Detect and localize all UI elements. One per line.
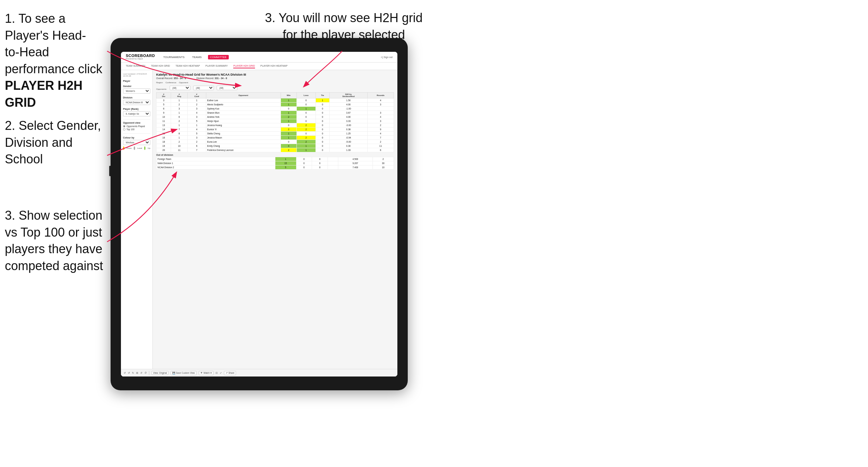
cell-diff: -1.00 (329, 107, 367, 111)
cell-div: 19 (157, 144, 171, 148)
th-opponent: Opponent (206, 93, 281, 98)
cell-loss: 0 (297, 132, 316, 136)
table-row: 11 2 5 Heejo Hyun 1 0 0 3.33 3 (157, 119, 394, 123)
subnav-player-h2h-grid[interactable]: PLAYER H2H GRID (233, 64, 255, 68)
resize-button[interactable]: ⤢ (220, 372, 222, 374)
cell-reg: 6 (171, 115, 188, 119)
cell-opponent: Eunice Yi (206, 127, 281, 132)
cell-div: 5 (157, 103, 171, 107)
legend-dot-down (123, 146, 124, 150)
colour-by-section: Colour by Win/loss Down Level Up (123, 136, 150, 150)
logo-sub: Powered by clippd (126, 58, 143, 60)
ood-rounds: 2 (372, 157, 394, 161)
redo-button[interactable]: ↻ (132, 372, 134, 374)
cell-loss: 0 (297, 98, 316, 103)
player-rank-select[interactable]: 8. Katelyn Vo (123, 111, 150, 116)
cell-rounds: 9 (367, 127, 394, 132)
table-row: 9 1 4 Sharon Mun 1 0 0 3.67 3 (157, 111, 394, 115)
cell-loss: 0 (297, 103, 316, 107)
cell-rounds: 4 (367, 98, 394, 103)
gender-select[interactable]: Women's (123, 88, 150, 94)
eye-icon: 👁 (200, 372, 203, 374)
colour-legend: Down Level Up (123, 146, 150, 150)
refresh-button[interactable]: ↺ (140, 372, 142, 374)
player-rank-label: Player (Rank) (123, 108, 150, 110)
conference-filter-label: Conference (166, 82, 176, 84)
legend-label-up: Up (148, 147, 150, 149)
player-label: Player (123, 80, 150, 82)
conference-select[interactable]: (All) (193, 86, 214, 90)
cell-tie: 0 (315, 144, 329, 148)
colour-by-select[interactable]: Win/loss (123, 140, 150, 145)
toolbar-divider (149, 371, 149, 375)
cell-opponent: Jessica Mason (206, 136, 281, 140)
nav-teams[interactable]: TEAMS (191, 55, 203, 59)
table-row: 10 6 3 Andrea York 2 0 0 4.00 4 (157, 115, 394, 119)
share-icon: ↗ (226, 372, 228, 374)
legend-label-down: Down (126, 147, 132, 149)
ood-row: NAIA Division 1 15 0 0 9.267 30 (157, 161, 394, 165)
undo2-button[interactable]: ↺ (128, 372, 130, 374)
cell-diff: 0.30 (329, 144, 367, 148)
ood-diff-val: 4.500 (338, 157, 372, 161)
nav-tournaments[interactable]: TOURNAMENTS (162, 55, 186, 59)
sign-out-button[interactable]: Sign out (384, 56, 393, 58)
cell-rounds: 4 (367, 132, 394, 136)
sidebar-player-rank-section: Player (Rank) 8. Katelyn Vo (123, 108, 150, 116)
subnav-player-summary[interactable]: PLAYER SUMMARY (206, 64, 228, 68)
layout-button[interactable]: ⊡ (216, 372, 218, 374)
cell-conf: 1 (187, 98, 206, 103)
cell-diff: -3.00 (329, 123, 367, 127)
ood-diff (328, 161, 338, 165)
share-button[interactable]: ↗ Share (224, 371, 236, 375)
radio-top-100[interactable]: Top 100 (123, 128, 150, 131)
cell-reg: 2 (171, 103, 188, 107)
sidebar-divider-1 (123, 119, 150, 120)
logo-title: SCOREBOARD (126, 54, 155, 58)
opponent-filter-label: Opponent (179, 82, 188, 84)
table-row: 16 1 3 Jessica Mason 1 2 0 -0.94 7 (157, 136, 394, 140)
nav-committee[interactable]: COMMITTEE (208, 55, 229, 59)
ipad-device: SCOREBOARD Powered by clippd TOURNAMENTS… (111, 38, 408, 390)
division-select[interactable]: NCAA Division III (123, 100, 150, 105)
cell-conf: 3 (187, 107, 206, 111)
view-original-button[interactable]: View: Original (151, 371, 169, 375)
ood-tie: 0 (312, 165, 328, 170)
cell-win: 1 (281, 119, 297, 123)
gender-label: Gender (123, 85, 150, 87)
watch-button[interactable]: 👁 Watch ▾ (199, 371, 214, 375)
cell-win: 0 (281, 140, 297, 144)
subnav-team-summary[interactable]: TEAM SUMMARY (126, 64, 145, 68)
sign-out-label: i | (381, 56, 383, 58)
subnav-team-h2h-heatmap[interactable]: TEAM H2H HEATMAP (176, 64, 200, 68)
clock-button[interactable]: ⏱ (144, 372, 147, 374)
cell-win: 1 (281, 111, 297, 115)
save-custom-button[interactable]: 💾 Save Custom View (171, 371, 197, 375)
th-diff: Diff AvStrokes/Rnd (329, 93, 367, 98)
undo-button[interactable]: ↺ (124, 372, 126, 374)
ood-tie: 0 (312, 161, 328, 165)
overall-record: Overall Record: 353 - 34 - 6 (156, 77, 186, 79)
subnav-player-h2h-heatmap[interactable]: PLAYER H2H HEATMAP (261, 64, 287, 68)
cell-conf: 6 (187, 144, 206, 148)
grid-button[interactable]: ⊞ (136, 372, 138, 374)
cell-diff: 0.38 (329, 127, 367, 132)
cell-opponent: Esther Lee (206, 98, 281, 103)
sidebar: Last Updated: 27/03/2024 16:55:38 Player… (121, 70, 153, 377)
radio-opponents-played[interactable]: Opponents Played (123, 125, 150, 127)
filter-selects-row: Opponents: (All) (All) (All) (156, 86, 394, 90)
sign-out-area: i | Sign out (381, 56, 393, 58)
cell-tie: 0 (315, 119, 329, 123)
cell-tie: 0 (315, 132, 329, 136)
cell-loss: 2 (297, 140, 316, 144)
table-row: 19 10 6 Emily Chang 4 1 0 0.30 11 (157, 144, 394, 148)
cell-conf: 1 (187, 123, 206, 127)
filter-conference-group: Conference (166, 82, 176, 84)
opponent-select[interactable]: (All) (217, 86, 237, 90)
subnav-team-h2h-grid[interactable]: TEAM H2H GRID (151, 64, 170, 68)
cell-reg: 1 (171, 111, 188, 115)
opponents-select[interactable]: (All) (170, 86, 190, 90)
cell-loss: 0 (297, 115, 316, 119)
table-row: 18 2 2 Euna Lee 0 2 0 -5.00 2 (157, 140, 394, 144)
chevron-down-icon: ▾ (210, 372, 212, 374)
